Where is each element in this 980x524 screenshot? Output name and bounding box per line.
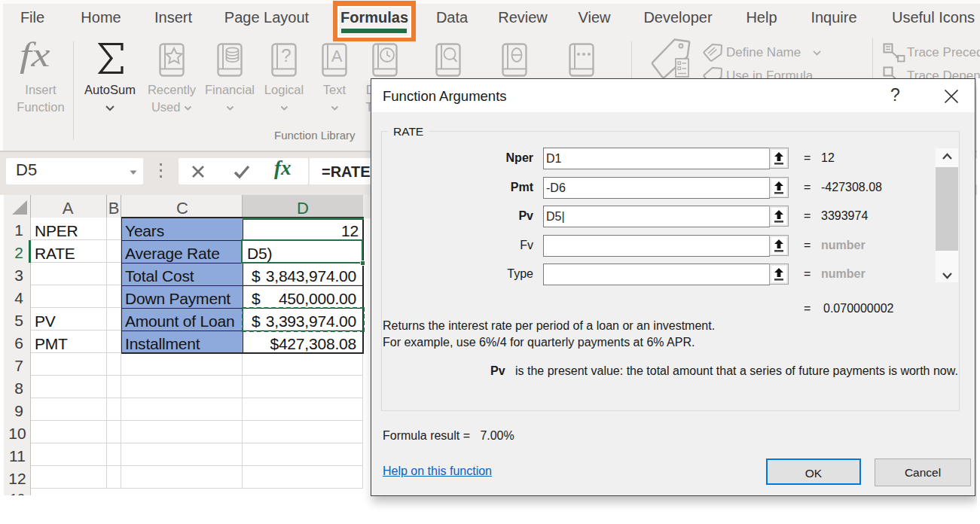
svg-text:?: ? <box>281 45 291 66</box>
svg-text:A: A <box>331 47 343 66</box>
